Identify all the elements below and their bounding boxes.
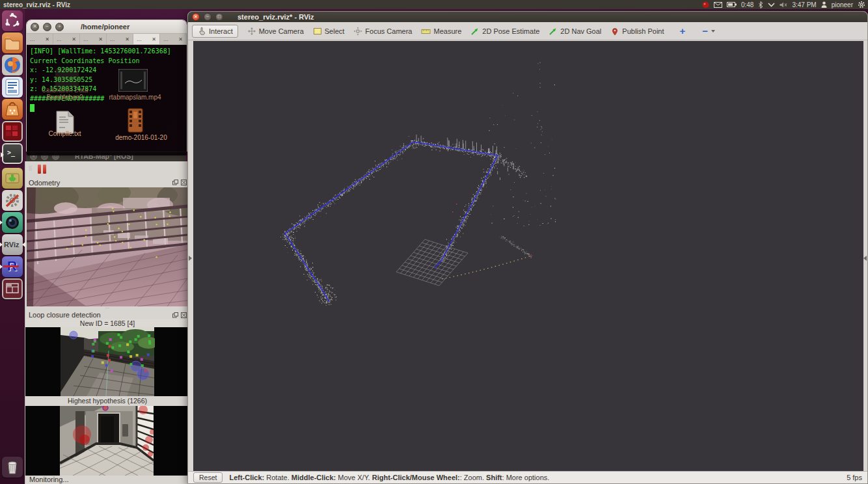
launcher-item-settings[interactable]	[2, 190, 23, 211]
close-panel-icon[interactable]	[181, 312, 187, 318]
terminal-prompt-icon: >_	[7, 149, 15, 156]
interact-hand-icon	[197, 27, 206, 36]
ubuntu-logo-icon	[2, 10, 23, 31]
toolbar-grip[interactable]: ⁞⁞	[29, 165, 32, 172]
tab-close-icon[interactable]: ✕	[72, 36, 76, 42]
pose-estimate-tool-button[interactable]: 2D Pose Estimate	[470, 27, 539, 36]
terminal-tab[interactable]: ...✕	[80, 34, 107, 44]
desktop-icon-label[interactable]: demo-2016-01-20	[105, 134, 177, 141]
mouse-help-text: Left-Click: Rotate. Middle-Click: Move X…	[229, 474, 549, 481]
desktop-icon-label[interactable]: Compile.txt	[34, 130, 96, 137]
maximize-button[interactable]: ▢	[215, 13, 223, 21]
terminal-tab[interactable]: ...✕	[160, 34, 187, 44]
user-icon[interactable]	[821, 1, 827, 8]
battery-icon[interactable]	[727, 2, 737, 7]
terminal-tab-bar: ...✕ ...✕ ...✕ ...✕ ...✕ ...✕	[27, 34, 187, 45]
launcher-item-rtabmap[interactable]: R	[2, 256, 23, 277]
launcher-item-writer[interactable]	[2, 77, 23, 98]
rviz-statusbar: Reset Left-Click: Rotate. Middle-Click: …	[188, 471, 867, 483]
odometry-panel-header[interactable]: Odometry	[25, 178, 189, 187]
loop-closure-panel-header[interactable]: Loop closure detection	[25, 310, 189, 319]
launcher-item-software-center[interactable]	[2, 99, 23, 120]
tab-close-icon[interactable]: ✕	[125, 36, 129, 42]
desktop-icon-label[interactable]: Calibration Data	[34, 87, 96, 94]
terminal-tab[interactable]: ...✕	[107, 34, 133, 44]
launcher-item-rviz[interactable]: RViz	[2, 234, 23, 255]
fps-counter: 5 fps	[847, 474, 862, 481]
rviz-window: ✕ − ▢ stereo_rviz.rviz* - RViz Interact …	[187, 11, 868, 484]
desktop-icon-bumblebee[interactable]	[55, 68, 79, 88]
terminal-titlebar[interactable]: ✕ − + /home/pioneer	[27, 20, 187, 34]
desktop-icon-label[interactable]: rtabmapslam.mp4	[104, 94, 166, 101]
document-icon	[2, 77, 23, 98]
terminal-line: x: -12.9200172424	[30, 66, 183, 75]
minimize-button[interactable]: −	[43, 23, 51, 31]
rviz-toolbar: Interact Move Camera Select Focus Camera…	[188, 22, 867, 40]
terminal-tab[interactable]: ...✕	[53, 34, 80, 44]
move-camera-tool-button[interactable]: Move Camera	[247, 27, 304, 36]
network-sync-icon[interactable]	[768, 2, 775, 7]
interact-tool-button[interactable]: Interact	[192, 25, 238, 38]
green-arrow-icon	[470, 27, 480, 36]
rviz-titlebar[interactable]: ✕ − ▢ stereo_rviz.rviz* - RViz	[188, 12, 867, 22]
publish-point-tool-button[interactable]: Publish Point	[610, 27, 664, 36]
record-indicator-icon[interactable]	[702, 1, 709, 8]
bluetooth-icon[interactable]	[758, 1, 763, 8]
close-panel-icon[interactable]	[181, 180, 187, 185]
launcher-item-media-app[interactable]	[2, 121, 23, 142]
float-panel-icon[interactable]	[172, 180, 178, 185]
measure-ruler-icon	[421, 27, 431, 36]
tab-close-icon[interactable]: ✕	[178, 36, 183, 42]
launcher-item-terminal[interactable]: >_	[2, 143, 23, 164]
float-panel-icon[interactable]	[172, 312, 178, 318]
launcher-item-firefox[interactable]	[2, 55, 23, 75]
pause-button[interactable]	[38, 165, 48, 176]
launcher-item-trash[interactable]	[2, 457, 23, 477]
loop-closure-image-row	[25, 327, 189, 396]
close-button[interactable]: ✕	[31, 23, 39, 31]
desktop-icon-filmfile[interactable]	[128, 108, 143, 133]
launcher-item-software-updater[interactable]	[2, 168, 23, 189]
point-cloud	[193, 41, 863, 472]
maximize-button[interactable]: +	[55, 23, 64, 31]
move-camera-icon	[247, 27, 256, 36]
odometry-camera-image	[27, 187, 187, 306]
focus-camera-tool-button[interactable]: Focus Camera	[353, 27, 412, 36]
gear-icon[interactable]	[858, 1, 865, 8]
nav-goal-tool-button[interactable]: 2D Nav Goal	[549, 27, 601, 36]
terminal-line: Current Coordinates Position	[30, 57, 183, 66]
select-tool-button[interactable]: Select	[313, 27, 345, 36]
launcher-item-camera-app[interactable]	[2, 212, 23, 233]
minimize-button[interactable]: −	[204, 13, 211, 21]
tab-close-icon[interactable]: ✕	[152, 36, 156, 42]
launcher-item-workspace[interactable]	[2, 278, 23, 299]
add-tool-button[interactable]: +	[680, 25, 686, 36]
chevron-down-icon	[711, 29, 716, 33]
volume-muted-icon[interactable]	[780, 2, 787, 8]
launcher-item-files[interactable]	[2, 33, 23, 53]
media-app-icon	[3, 122, 21, 141]
tab-close-icon[interactable]: ✕	[45, 36, 49, 42]
remove-tool-button[interactable]: −	[702, 25, 716, 36]
reset-button[interactable]: Reset	[193, 472, 223, 483]
rtabmap-icon-stripe	[2, 256, 23, 277]
close-button[interactable]: ✕	[192, 13, 200, 21]
tab-close-icon[interactable]: ✕	[98, 36, 103, 42]
mail-icon[interactable]	[714, 2, 722, 8]
rtabmap-window-body: ⁞⁞ Odometry	[25, 161, 189, 484]
terminal-tab[interactable]: ...✕	[27, 34, 53, 44]
terminal-line: y: 14.3035850525	[30, 75, 183, 85]
terminal-line: [INFO] [WallTime: 1453276001.726368]	[30, 47, 183, 57]
launcher-item-dash[interactable]	[2, 10, 23, 31]
terminal-tab-active[interactable]: ...✕	[133, 34, 160, 44]
workspace-icon	[3, 280, 21, 298]
desktop-icon-video-thumbnail[interactable]	[118, 69, 148, 92]
session-user[interactable]: pioneer	[832, 1, 853, 8]
measure-tool-button[interactable]: Measure	[421, 27, 461, 36]
battery-time: 0:48	[741, 1, 753, 8]
desktop-icon-label[interactable]: Bumblebee2	[34, 94, 96, 101]
rviz-3d-viewport[interactable]	[193, 41, 863, 472]
left-panel-strip	[188, 41, 193, 472]
odometry-scene	[27, 187, 187, 306]
clock[interactable]: 3:47 PM	[792, 1, 816, 8]
